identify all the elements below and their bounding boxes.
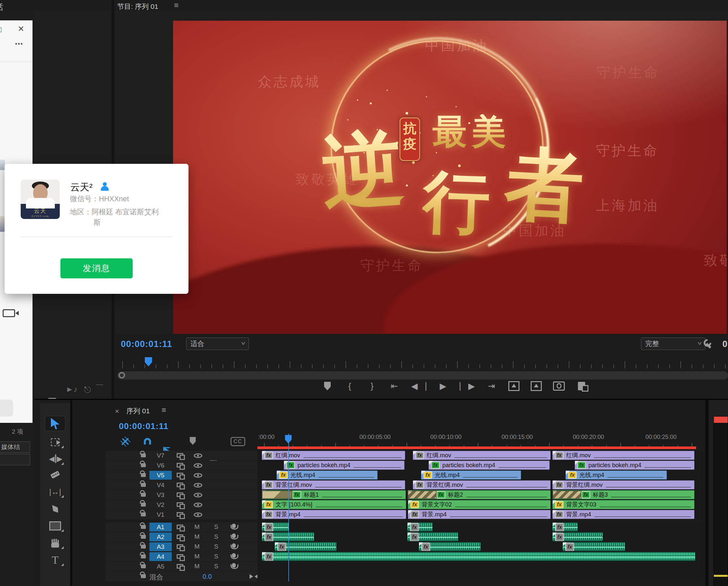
voiceover-mic-icon[interactable] [232, 553, 236, 558]
lock-icon[interactable] [141, 555, 146, 558]
add-marker-button[interactable] [322, 379, 333, 393]
playback-resolution-dropdown[interactable]: 完整 ˅ [641, 338, 705, 350]
fx-badge[interactable]: fx [415, 481, 424, 488]
fx-badge[interactable]: fx [555, 523, 564, 532]
send-message-button[interactable]: 发消息 [60, 258, 133, 278]
pen-tool[interactable] [45, 502, 65, 516]
fx-badge[interactable]: fx [411, 501, 419, 508]
add-marker-icon[interactable] [190, 437, 196, 445]
fx-badge[interactable]: fx [568, 472, 577, 479]
track-output-eye-icon[interactable] [194, 483, 202, 487]
audio-clip[interactable]: fx [407, 532, 459, 541]
mark-out-button[interactable]: } [366, 379, 378, 393]
sync-lock-icon[interactable] [177, 453, 183, 458]
track-label-v3[interactable]: V3 [149, 490, 172, 499]
clip[interactable]: fxparticles bokeh.mp4 [575, 460, 695, 470]
sync-lock-icon[interactable] [177, 492, 183, 497]
sync-lock-icon[interactable] [177, 544, 183, 549]
track-header-mix[interactable]: 混合0.0 [106, 571, 257, 581]
lock-icon[interactable] [141, 544, 146, 549]
timeline-menu-icon[interactable]: ≡ [161, 405, 165, 415]
clip[interactable]: fx红绸.mov [552, 451, 695, 460]
lock-icon[interactable] [141, 525, 146, 529]
fx-badge[interactable]: fx [555, 481, 564, 488]
keyframe-bowtie-icon[interactable] [250, 574, 258, 579]
clip[interactable]: fxparticles bokeh.mp4 [284, 460, 405, 470]
maximize-icon[interactable]: □ [0, 25, 2, 34]
track-label-a2[interactable]: A2 [149, 532, 172, 541]
solo-button[interactable]: S [214, 563, 218, 570]
audio-clip[interactable]: fx [563, 542, 625, 551]
step-back-button[interactable]: ◀⎹ [411, 379, 426, 393]
voiceover-mic-icon[interactable] [232, 524, 236, 528]
transition-effect[interactable] [553, 491, 581, 499]
rectangle-tool[interactable] [45, 519, 65, 533]
lock-icon[interactable] [141, 512, 146, 516]
mute-button[interactable]: M [194, 543, 200, 550]
fx-badge[interactable]: fx [581, 491, 590, 498]
track-label-a4[interactable]: A4 [149, 552, 172, 561]
voiceover-mic-icon[interactable] [232, 563, 236, 568]
fx-badge[interactable]: fx [264, 452, 273, 459]
audio-clip[interactable]: fx [407, 522, 433, 532]
track-output-eye-icon[interactable] [194, 473, 202, 478]
slip-tool[interactable]: |↔| [45, 484, 65, 499]
track-header-a1[interactable]: A1MS [106, 522, 257, 532]
sync-lock-icon[interactable] [177, 554, 183, 559]
lock-icon[interactable] [141, 535, 146, 539]
hand-tool[interactable] [45, 536, 65, 550]
contact-avatar-thumb[interactable] [0, 160, 5, 170]
clip[interactable]: fx背景.mp4 [408, 510, 551, 519]
audio-clip[interactable]: fx [419, 542, 481, 551]
comparison-view-button[interactable] [576, 379, 587, 393]
mute-button[interactable]: M [194, 533, 200, 540]
razor-tool[interactable] [45, 468, 65, 482]
clip[interactable]: fx背景文字02 [408, 500, 551, 509]
audio-clip[interactable]: fx [552, 522, 578, 532]
clip[interactable]: fx背景红绸.mov [262, 480, 405, 489]
sync-lock-icon[interactable] [177, 473, 183, 477]
scrollbar-knob[interactable] [119, 372, 125, 378]
track-header-v1[interactable]: V1 [106, 510, 257, 520]
more-icon[interactable]: ••• [15, 41, 23, 48]
track-header-a5[interactable]: A5MS [106, 562, 257, 571]
fx-badge[interactable]: fx [555, 511, 564, 518]
lock-icon[interactable] [141, 503, 146, 507]
solo-button[interactable]: S [214, 553, 218, 560]
media-browser-tab[interactable]: 媒体结 [0, 441, 30, 453]
type-tool[interactable]: T [45, 553, 65, 567]
settings-wrench-icon[interactable] [703, 338, 713, 349]
track-output-eye-icon[interactable] [194, 503, 202, 507]
solo-button[interactable]: S [214, 543, 218, 550]
audio-clip[interactable]: fx [262, 552, 696, 561]
go-to-in-button[interactable]: ⇤ [389, 379, 400, 393]
captions-cc-icon[interactable]: CC [231, 437, 245, 446]
clip[interactable]: fx标题2 [408, 490, 551, 499]
lock-icon[interactable] [141, 463, 146, 467]
audio-clip[interactable]: fx [552, 532, 603, 541]
sync-lock-icon[interactable] [177, 564, 183, 568]
track-label-v5[interactable]: V5 [149, 471, 172, 480]
fx-badge[interactable]: fx [265, 553, 273, 561]
fx-badge[interactable]: fx [265, 533, 273, 541]
fx-badge[interactable]: fx [437, 491, 445, 498]
lock-icon[interactable] [141, 453, 146, 457]
fx-badge[interactable]: fx [422, 543, 430, 551]
clip[interactable]: fx背景.mp4 [552, 510, 695, 519]
track-header-v4[interactable]: V4 [106, 480, 257, 490]
close-icon[interactable]: ✕ [18, 24, 24, 33]
timeline-timecode[interactable]: 00:00:01:11 [119, 421, 168, 431]
track-label-v7[interactable]: V7 [149, 451, 172, 460]
fx-badge[interactable]: fx [278, 543, 286, 551]
export-icon[interactable]: ⎋ [84, 385, 91, 395]
track-label-a3[interactable]: A3 [149, 542, 172, 551]
fx-badge[interactable]: fx [424, 472, 432, 479]
solo-button[interactable]: S [214, 533, 218, 540]
track-select-forward-tool[interactable] [45, 435, 65, 449]
mark-in-button[interactable]: { [344, 379, 355, 393]
track-header-a2[interactable]: A2MS [106, 532, 257, 542]
clip[interactable]: fxparticles bokeh.mp4 [428, 460, 550, 470]
mute-button[interactable]: M [194, 523, 200, 531]
track-output-eye-icon[interactable] [194, 463, 202, 468]
step-forward-button[interactable]: ⎸▶ [460, 379, 475, 393]
